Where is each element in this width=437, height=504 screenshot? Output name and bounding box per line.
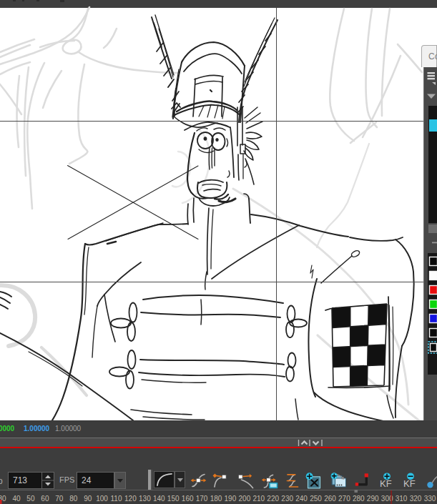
svg-text:230: 230 [281,495,293,503]
svg-text:200: 200 [239,495,251,503]
svg-text:40: 40 [12,495,21,503]
svg-text:320: 320 [410,495,422,503]
svg-text:120: 120 [124,495,137,503]
svg-text:210: 210 [252,495,265,503]
svg-text:140: 140 [153,495,165,503]
svg-text:220: 220 [267,495,279,503]
svg-text:70: 70 [55,495,64,503]
svg-text:100: 100 [96,495,108,503]
svg-text:90: 90 [84,495,92,503]
svg-text:50: 50 [26,495,35,503]
svg-text:330: 330 [424,495,436,503]
svg-text:60: 60 [41,495,49,503]
svg-text:160: 160 [182,495,194,503]
svg-text:130: 130 [139,495,151,503]
svg-text:310: 310 [396,495,408,503]
svg-text:240: 240 [295,495,308,503]
svg-text:170: 170 [196,495,208,503]
svg-text:250: 250 [310,495,322,503]
svg-text:290: 290 [367,495,379,503]
svg-text:80: 80 [69,495,78,503]
svg-text:260: 260 [324,495,336,503]
svg-text:190: 190 [225,495,237,503]
svg-text:150: 150 [167,495,180,503]
svg-text:110: 110 [111,495,122,503]
svg-text:280: 280 [353,495,365,503]
svg-text:270: 270 [338,495,350,503]
svg-text:180: 180 [210,495,222,503]
